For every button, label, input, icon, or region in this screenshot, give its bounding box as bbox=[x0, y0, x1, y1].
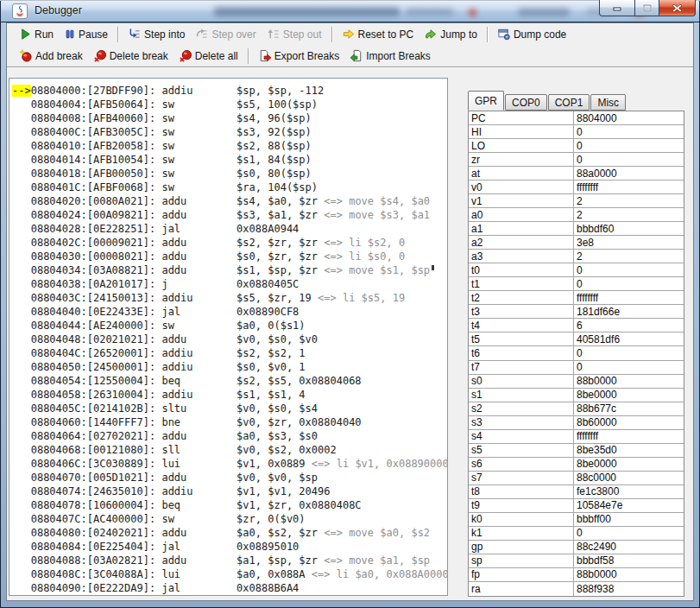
disasm-line[interactable]: 08804038:[0A201017]: j 0x0880405C bbox=[9, 277, 447, 291]
step-out-button[interactable]: Step out bbox=[262, 26, 327, 42]
instruction-text: 08804024:[00A09821]: addu $s3, $a1, $zr bbox=[31, 209, 318, 221]
register-value[interactable]: 0 bbox=[574, 153, 684, 166]
register-value[interactable]: 0 bbox=[574, 527, 684, 540]
register-value[interactable]: 2 bbox=[574, 194, 684, 207]
register-value[interactable]: bbbdf60 bbox=[574, 222, 684, 235]
disasm-line[interactable]: 0880402C:[00009021]: addu $s2, $zr, $zr … bbox=[9, 236, 447, 250]
disasm-line[interactable]: 0880401C:[AFBF0068]: sw $ra, 104($sp) bbox=[9, 180, 447, 194]
step-into-button[interactable]: Step into bbox=[123, 26, 190, 42]
disasm-line[interactable]: 08804058:[26310004]: addiu $s1, $s1, 4 bbox=[9, 388, 447, 402]
import-breaks-button[interactable]: Import Breaks bbox=[344, 48, 436, 64]
register-value[interactable]: 888f938 bbox=[574, 582, 684, 596]
register-value[interactable]: 88c0000 bbox=[574, 472, 684, 484]
register-value[interactable]: ffffffff bbox=[574, 430, 684, 443]
disasm-line[interactable]: 08804054:[12550004]: beq $s2, $s5, 0x088… bbox=[9, 374, 447, 388]
disasm-line[interactable]: 0880400C:[AFB3005C]: sw $s3, 92($sp) bbox=[9, 125, 447, 139]
register-value[interactable]: 88b677c bbox=[574, 402, 684, 415]
register-value[interactable]: 8804000 bbox=[574, 111, 684, 124]
register-value[interactable]: 0 bbox=[574, 263, 684, 276]
disasm-line[interactable]: 0880403C:[24150013]: addiu $s5, $zr, 19 … bbox=[9, 291, 447, 305]
disasm-line[interactable]: 08804050:[24500001]: addiu $s0, $v0, 1 bbox=[9, 360, 447, 374]
register-value[interactable]: fe1c3800 bbox=[574, 485, 684, 498]
disasm-line[interactable]: 08804028:[0E228251]: jal 0x088A0944 bbox=[9, 222, 447, 236]
register-value[interactable]: 88b0000 bbox=[574, 568, 684, 581]
disasm-line[interactable]: 08804090:[0E222DA9]: jal 0x0888B6A4 bbox=[9, 581, 447, 595]
register-name: PC bbox=[469, 111, 574, 124]
disasm-line[interactable]: 08804024:[00A09821]: addu $s3, $a1, $zr … bbox=[9, 208, 447, 222]
disasm-line[interactable]: 0880404C:[26520001]: addiu $s2, $s2, 1 bbox=[9, 346, 447, 360]
register-value[interactable]: 88b0000 bbox=[574, 375, 684, 388]
register-value[interactable]: 0 bbox=[574, 361, 684, 374]
disasm-line[interactable]: 08804064:[02702021]: addu $a0, $s3, $s0 bbox=[9, 429, 447, 443]
tab-cop0[interactable]: COP0 bbox=[505, 94, 547, 111]
disasm-line[interactable]: 08804020:[0080A021]: addu $s4, $a0, $zr … bbox=[9, 194, 447, 208]
disasm-line[interactable]: 08804014:[AFB10054]: sw $s1, 84($sp) bbox=[9, 153, 447, 167]
disasm-line[interactable]: 08804080:[02402021]: addu $a0, $s2, $zr … bbox=[9, 526, 447, 540]
marker-gutter bbox=[12, 430, 31, 442]
register-value[interactable]: 8be35d0 bbox=[574, 444, 684, 457]
tab-cop1[interactable]: COP1 bbox=[548, 94, 590, 111]
minimize-button[interactable] bbox=[599, 0, 635, 16]
disasm-line[interactable]: 08804048:[02021021]: addu $v0, $s0, $v0 bbox=[9, 332, 447, 346]
tab-gpr[interactable]: GPR bbox=[468, 91, 504, 111]
disasm-line[interactable]: 08804018:[AFB00050]: sw $s0, 80($sp) bbox=[9, 167, 447, 180]
marker-gutter bbox=[12, 402, 31, 415]
register-value[interactable]: 0 bbox=[574, 125, 684, 138]
disasm-line[interactable]: 08804060:[1440FFF7]: bne $v0, $zr, 0x088… bbox=[9, 415, 447, 429]
disassembly-view[interactable]: -->08804000:[27BDFF90]: addiu $sp, $sp, … bbox=[9, 78, 448, 596]
disasm-line[interactable]: 08804030:[00008021]: addu $s0, $zr, $zr … bbox=[9, 250, 447, 263]
register-value[interactable]: 6 bbox=[574, 319, 684, 332]
register-value[interactable]: 8be0000 bbox=[574, 389, 684, 402]
register-value[interactable]: 0 bbox=[574, 346, 684, 359]
reset-to-pc-button[interactable]: Reset to PC bbox=[337, 26, 419, 42]
instruction-text: 08804048:[02021021]: addu $v0, $s0, $v0 bbox=[31, 333, 318, 345]
register-value[interactable]: 2 bbox=[574, 208, 684, 221]
disasm-line[interactable]: 0880407C:[AC400000]: sw $zr, 0($v0) bbox=[9, 512, 447, 526]
disasm-line[interactable]: 08804078:[10600004]: beq $v1, $zr, 0x088… bbox=[9, 498, 447, 512]
close-icon[interactable] bbox=[659, 0, 696, 16]
register-value[interactable]: 3e8 bbox=[574, 236, 684, 249]
instruction-text: 08804014:[AFB10054]: sw $s1, 84($sp) bbox=[31, 154, 312, 166]
step-over-button[interactable]: Step over bbox=[190, 26, 261, 42]
disasm-line[interactable]: 08804074:[24635010]: addiu $v1, $v1, 204… bbox=[9, 484, 447, 498]
delete-all-button[interactable]: Delete all bbox=[173, 48, 243, 64]
disasm-line[interactable]: 08804034:[03A08821]: addu $s1, $sp, $zr … bbox=[9, 263, 447, 277]
disasm-line[interactable]: -->08804000:[27BDFF90]: addiu $sp, $sp, … bbox=[9, 84, 447, 98]
jump-to-button[interactable]: Jump to bbox=[419, 26, 482, 42]
dump-code-button[interactable]: Dump code bbox=[492, 26, 571, 42]
register-value[interactable]: ffffffff bbox=[574, 180, 684, 193]
disasm-line[interactable]: 08804040:[0E22433E]: jal 0x08890CF8 bbox=[9, 305, 447, 319]
register-value[interactable]: 8be0000 bbox=[574, 458, 684, 471]
register-value[interactable]: 0 bbox=[574, 139, 684, 152]
register-value[interactable]: 181df66e bbox=[574, 305, 684, 318]
register-value[interactable]: 88a0000 bbox=[574, 167, 684, 180]
add-break-button[interactable]: Add break bbox=[14, 48, 88, 64]
disasm-line[interactable]: 08804088:[03A02821]: addu $a1, $sp, $zr … bbox=[9, 554, 447, 567]
register-value[interactable]: bbbff00 bbox=[574, 513, 684, 526]
disasm-line[interactable]: 08804004:[AFB50064]: sw $s5, 100($sp) bbox=[9, 98, 447, 111]
disasm-line[interactable]: 0880408C:[3C04088A]: lui $a0, 0x088A <=>… bbox=[9, 567, 447, 581]
register-value[interactable]: 88c2490 bbox=[574, 541, 684, 554]
disasm-line[interactable]: 08804008:[AFB40060]: sw $s4, 96($sp) bbox=[9, 111, 447, 125]
pause-button[interactable]: Pause bbox=[59, 26, 113, 42]
disasm-line[interactable]: 08804070:[005D1021]: addu $v0, $v0, $sp bbox=[9, 471, 447, 484]
register-value[interactable]: 2 bbox=[574, 250, 684, 263]
export-breaks-button[interactable]: Export Breaks bbox=[253, 48, 344, 64]
register-value[interactable]: 8b60000 bbox=[574, 416, 684, 429]
register-value[interactable]: 10584e7e bbox=[574, 499, 684, 512]
register-value[interactable]: 40581df6 bbox=[574, 332, 684, 345]
title-bar[interactable]: Debugger bbox=[0, 0, 700, 22]
disasm-line[interactable]: 0880406C:[3C030889]: lui $v1, 0x0889 <=>… bbox=[9, 457, 447, 471]
maximize-button[interactable] bbox=[635, 0, 659, 16]
register-value[interactable]: 0 bbox=[574, 277, 684, 290]
disasm-line[interactable]: 08804044:[AE240000]: sw $a0, 0($s1) bbox=[9, 319, 447, 332]
register-value[interactable]: bbbdf58 bbox=[574, 554, 684, 567]
run-button[interactable]: Run bbox=[14, 26, 59, 42]
tab-misc[interactable]: Misc bbox=[590, 94, 626, 111]
disasm-line[interactable]: 08804010:[AFB20058]: sw $s2, 88($sp) bbox=[9, 139, 447, 153]
delete-break-button[interactable]: Delete break bbox=[88, 48, 173, 64]
register-value[interactable]: ffffffff bbox=[574, 291, 684, 304]
disasm-line[interactable]: 0880405C:[0214102B]: sltu $v0, $s0, $s4 bbox=[9, 402, 447, 415]
disasm-line[interactable]: 08804084:[0E225404]: jal 0x08895010 bbox=[9, 540, 447, 554]
disasm-line[interactable]: 08804068:[00121080]: sll $v0, $s2, 0x000… bbox=[9, 443, 447, 457]
